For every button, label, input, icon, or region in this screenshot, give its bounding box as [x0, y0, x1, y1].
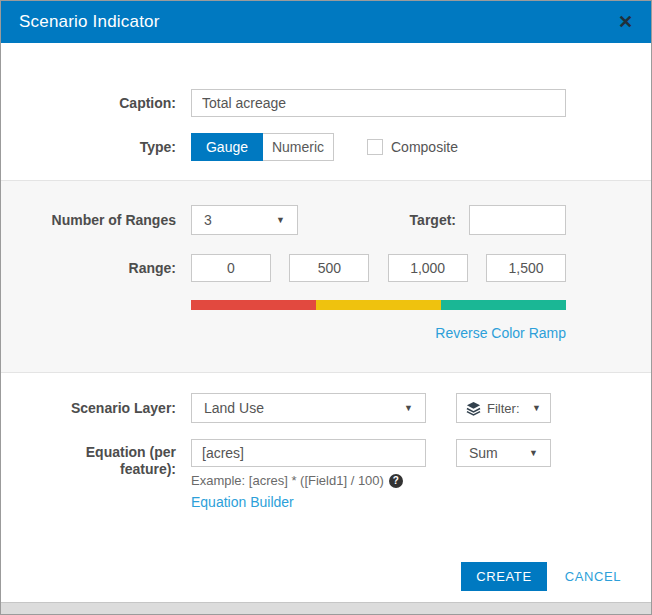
chevron-down-icon: ▼: [396, 403, 413, 413]
caption-label: Caption:: [26, 95, 176, 112]
aggregation-select[interactable]: Sum ▼: [456, 439, 551, 467]
scenario-layer-value: Land Use: [204, 400, 264, 416]
layers-icon: [466, 401, 481, 416]
scenario-layer-row: Scenario Layer: Land Use ▼ Filter: ▼: [1, 393, 651, 423]
close-icon[interactable]: ✕: [618, 13, 633, 31]
number-of-ranges-value: 3: [204, 212, 212, 228]
create-button[interactable]: CREATE: [461, 562, 546, 591]
equation-builder-link[interactable]: Equation Builder: [191, 494, 294, 510]
equation-input[interactable]: [191, 439, 426, 467]
type-row: Type: Gauge Numeric Composite: [1, 133, 651, 161]
caption-input[interactable]: [191, 89, 566, 117]
range-row: Range:: [1, 254, 651, 282]
aggregation-value: Sum: [469, 445, 498, 461]
type-option-numeric[interactable]: Numeric: [263, 133, 334, 161]
number-of-ranges-label: Number of Ranges: [26, 212, 176, 229]
number-of-ranges-select[interactable]: 3 ▼: [191, 205, 298, 235]
dialog-titlebar: Scenario Indicator ✕: [1, 1, 651, 43]
ranges-section: Number of Ranges 3 ▼ Target: Range:: [1, 180, 651, 373]
range-input-3[interactable]: [388, 254, 468, 282]
filter-label: Filter:: [487, 401, 520, 416]
equation-row: Equation (per feature): Example: [acres]…: [1, 439, 651, 511]
scenario-layer-label: Scenario Layer:: [26, 400, 176, 417]
composite-label: Composite: [391, 139, 458, 155]
type-segmented-control: Gauge Numeric: [191, 133, 334, 161]
scenario-indicator-dialog: Scenario Indicator ✕ Caption: Type: Gaug…: [0, 0, 652, 615]
reverse-color-ramp-link[interactable]: Reverse Color Ramp: [435, 325, 566, 341]
range-input-2[interactable]: [289, 254, 369, 282]
color-ramp: [191, 300, 566, 310]
number-of-ranges-row: Number of Ranges 3 ▼ Target:: [1, 205, 651, 235]
equation-label: Equation (per feature):: [26, 439, 176, 478]
filter-button[interactable]: Filter: ▼: [456, 393, 551, 423]
ramp-segment-green: [441, 300, 566, 310]
chevron-down-icon: ▼: [528, 403, 541, 413]
range-label: Range:: [26, 260, 176, 277]
scenario-layer-select[interactable]: Land Use ▼: [191, 393, 426, 423]
range-input-4[interactable]: [486, 254, 566, 282]
help-icon[interactable]: ?: [389, 474, 403, 488]
target-label: Target:: [410, 212, 456, 228]
chevron-down-icon: ▼: [268, 215, 285, 225]
page-background-strip: [1, 602, 651, 614]
dialog-footer: CREATE CANCEL: [1, 562, 651, 591]
color-ramp-row: [1, 282, 651, 310]
cancel-button[interactable]: CANCEL: [565, 569, 621, 584]
equation-example: Example: [acres] * ([Field1] / 100) ?: [191, 473, 426, 488]
type-label: Type:: [26, 139, 176, 156]
ramp-segment-red: [191, 300, 316, 310]
chevron-down-icon: ▼: [521, 448, 538, 458]
reverse-ramp-row: Reverse Color Ramp: [1, 310, 651, 342]
composite-checkbox[interactable]: [367, 139, 383, 155]
range-input-1[interactable]: [191, 254, 271, 282]
type-option-gauge[interactable]: Gauge: [191, 133, 263, 161]
ramp-segment-yellow: [316, 300, 441, 310]
target-input[interactable]: [469, 205, 566, 235]
dialog-title: Scenario Indicator: [19, 12, 160, 32]
caption-row: Caption:: [1, 89, 651, 117]
dialog-body: Caption: Type: Gauge Numeric Composite N…: [1, 43, 651, 602]
